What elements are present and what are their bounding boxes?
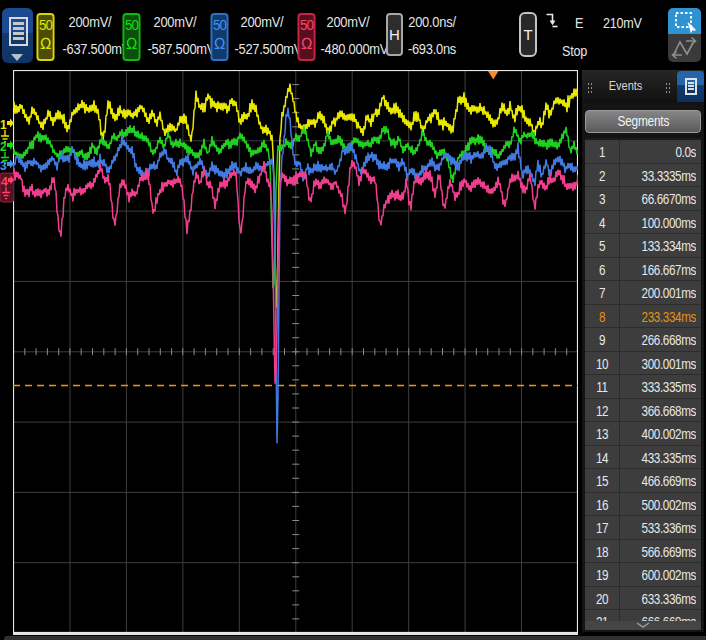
svg-text:3: 3 [0, 159, 7, 173]
svg-text:2: 2 [0, 140, 7, 154]
svg-text:4: 4 [1, 175, 8, 189]
svg-text:1: 1 [0, 118, 7, 132]
